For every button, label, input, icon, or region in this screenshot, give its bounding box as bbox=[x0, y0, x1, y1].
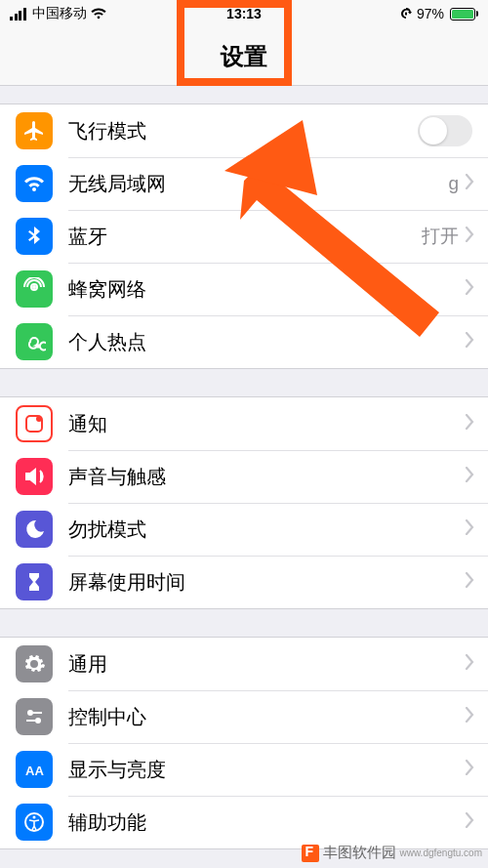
cellular-label: 蜂窝网络 bbox=[68, 276, 465, 303]
bluetooth-icon bbox=[16, 218, 53, 255]
svg-text:AA: AA bbox=[25, 764, 44, 778]
display-label: 显示与亮度 bbox=[68, 757, 465, 783]
sounds-label: 声音与触感 bbox=[68, 464, 465, 490]
chevron-right-icon bbox=[465, 227, 474, 246]
watermark-name: 丰图软件园 bbox=[323, 844, 396, 862]
watermark: 丰图软件园 www.dgfengtu.com bbox=[302, 844, 483, 862]
status-time: 13:13 bbox=[0, 6, 488, 21]
display-row[interactable]: AA 显示与亮度 bbox=[0, 743, 488, 796]
display-icon: AA bbox=[16, 751, 53, 788]
settings-screen: 中国移动 13:13 97% 设置 飞行模式 bbox=[0, 0, 488, 868]
airplane-mode-row[interactable]: 飞行模式 bbox=[0, 104, 488, 157]
settings-group-connectivity: 飞行模式 无线局域网 g 蓝牙 打开 蜂窝网络 bbox=[0, 103, 488, 369]
sounds-icon bbox=[16, 458, 53, 495]
general-label: 通用 bbox=[68, 651, 465, 678]
wifi-row[interactable]: 无线局域网 g bbox=[0, 157, 488, 210]
settings-group-general: 通用 控制中心 AA 显示与亮度 辅助功能 bbox=[0, 637, 488, 849]
watermark-logo-icon bbox=[302, 845, 319, 862]
screentime-row[interactable]: 屏幕使用时间 bbox=[0, 556, 488, 608]
notifications-icon bbox=[16, 405, 53, 442]
svg-rect-7 bbox=[26, 720, 35, 722]
status-bar: 中国移动 13:13 97% bbox=[0, 0, 488, 27]
svg-point-3 bbox=[36, 416, 42, 422]
watermark-url: www.dgfengtu.com bbox=[400, 847, 483, 858]
chevron-right-icon bbox=[465, 467, 474, 486]
general-row[interactable]: 通用 bbox=[0, 638, 488, 690]
controlcenter-row[interactable]: 控制中心 bbox=[0, 690, 488, 743]
cellular-icon bbox=[16, 270, 53, 308]
page-title: 设置 bbox=[221, 41, 267, 72]
chevron-right-icon bbox=[465, 760, 474, 779]
hourglass-icon bbox=[16, 563, 53, 600]
sounds-row[interactable]: 声音与触感 bbox=[0, 450, 488, 503]
dnd-label: 勿扰模式 bbox=[68, 517, 465, 543]
hotspot-icon bbox=[16, 323, 53, 360]
chevron-right-icon bbox=[465, 414, 474, 434]
chevron-right-icon bbox=[465, 332, 474, 351]
svg-point-10 bbox=[33, 816, 36, 819]
hotspot-row[interactable]: 个人热点 bbox=[0, 315, 488, 368]
svg-point-6 bbox=[35, 718, 41, 723]
wifi-icon bbox=[16, 165, 53, 202]
wifi-value: g bbox=[448, 173, 459, 194]
svg-point-4 bbox=[27, 710, 33, 716]
chevron-right-icon bbox=[465, 519, 474, 539]
chevron-right-icon bbox=[465, 174, 474, 193]
controlcenter-label: 控制中心 bbox=[68, 704, 465, 730]
bluetooth-row[interactable]: 蓝牙 打开 bbox=[0, 210, 488, 263]
bluetooth-label: 蓝牙 bbox=[68, 224, 422, 250]
cellular-row[interactable]: 蜂窝网络 bbox=[0, 263, 488, 315]
bluetooth-value: 打开 bbox=[422, 224, 459, 249]
dnd-row[interactable]: 勿扰模式 bbox=[0, 503, 488, 556]
airplane-icon bbox=[16, 112, 53, 149]
sliders-icon bbox=[16, 698, 53, 735]
svg-rect-5 bbox=[33, 712, 42, 714]
airplane-label: 飞行模式 bbox=[68, 118, 418, 145]
chevron-right-icon bbox=[465, 572, 474, 592]
notifications-row[interactable]: 通知 bbox=[0, 397, 488, 450]
chevron-right-icon bbox=[465, 654, 474, 674]
screentime-label: 屏幕使用时间 bbox=[68, 569, 465, 596]
settings-group-alerts: 通知 声音与触感 勿扰模式 屏幕使用时间 bbox=[0, 396, 488, 609]
accessibility-label: 辅助功能 bbox=[68, 809, 465, 836]
wifi-label: 无线局域网 bbox=[68, 171, 448, 197]
chevron-right-icon bbox=[465, 707, 474, 726]
gear-icon bbox=[16, 645, 53, 682]
accessibility-icon bbox=[16, 804, 53, 841]
accessibility-row[interactable]: 辅助功能 bbox=[0, 796, 488, 848]
moon-icon bbox=[16, 511, 53, 548]
battery-icon bbox=[448, 8, 478, 21]
chevron-right-icon bbox=[465, 812, 474, 832]
notifications-label: 通知 bbox=[68, 411, 465, 437]
hotspot-label: 个人热点 bbox=[68, 329, 465, 355]
nav-bar: 设置 bbox=[0, 27, 488, 86]
svg-point-1 bbox=[32, 285, 36, 289]
chevron-right-icon bbox=[465, 279, 474, 299]
airplane-toggle[interactable] bbox=[418, 115, 472, 146]
